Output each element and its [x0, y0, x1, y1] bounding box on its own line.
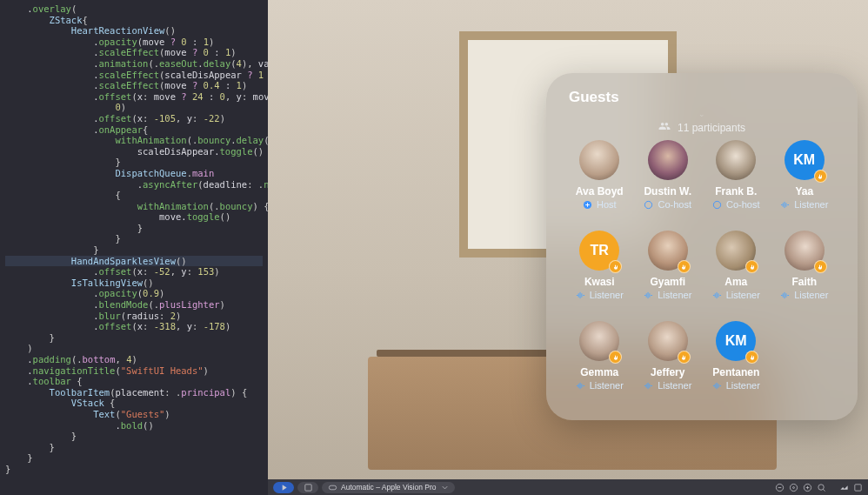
- guest-name: Ava Boyd: [576, 185, 624, 197]
- device-label: Automatic – Apple Vision Pro: [341, 483, 436, 492]
- window-grabber-icon[interactable]: ⌄: [569, 111, 835, 117]
- guest-name: Frank B.: [715, 185, 757, 197]
- avatar-circle: [716, 140, 756, 180]
- guest-role: Co-host: [712, 199, 760, 210]
- play-icon: [278, 482, 289, 492]
- raised-hand-badge-icon: [678, 351, 691, 364]
- participants-icon: [658, 120, 671, 135]
- guest-role: Listener: [644, 380, 691, 391]
- guest-cell[interactable]: Frank B.Co-host: [705, 140, 767, 231]
- zoom-out-icon[interactable]: [774, 482, 785, 492]
- guest-cell[interactable]: GemmaListener: [569, 321, 631, 411]
- guest-role: Listener: [712, 290, 760, 300]
- canvas-layout-icon[interactable]: [838, 482, 849, 492]
- guest-cell[interactable]: AmaListener: [705, 231, 767, 321]
- cohost-icon: [644, 200, 653, 210]
- preview-canvas: Guests ⌄ 11 participants Ava BoydHostDus…: [268, 0, 868, 495]
- guest-name: Gemma: [580, 366, 618, 378]
- participants-count-label: 11 participants: [678, 122, 745, 134]
- guests-grid: Ava BoydHostDustin W.Co-hostFrank B.Co-h…: [569, 140, 835, 411]
- guest-name: Ama: [724, 276, 747, 288]
- guest-cell[interactable]: Ava BoydHost: [569, 140, 631, 231]
- svg-rect-14: [854, 484, 860, 490]
- guest-cell[interactable]: KMPentanenListener: [705, 321, 767, 411]
- guest-role: Listener: [576, 290, 624, 300]
- svg-point-12: [818, 484, 823, 489]
- cohost-icon: [712, 200, 722, 210]
- code-editor[interactable]: .overlay( ZStack{ HeartReactionView() .o…: [0, 0, 268, 495]
- canvas-bounds-icon[interactable]: [852, 482, 863, 492]
- selectable-toggle[interactable]: [297, 482, 318, 493]
- guest-name: Jeffery: [651, 366, 684, 378]
- guest-role: Listener: [780, 199, 828, 210]
- guest-name: Yaa: [795, 185, 813, 197]
- raised-hand-badge-icon: [814, 260, 827, 273]
- guest-cell[interactable]: FaithListener: [774, 231, 836, 321]
- zoom-fit-icon[interactable]: [816, 482, 826, 492]
- listener-icon: [644, 381, 653, 391]
- guest-name: Dustin W.: [644, 185, 691, 197]
- avatar: [579, 140, 619, 180]
- raised-hand-badge-icon: [745, 351, 758, 364]
- cursor-rect-icon: [303, 482, 313, 492]
- svg-point-8: [792, 486, 794, 488]
- guest-role: Host: [583, 199, 617, 210]
- svg-rect-3: [304, 484, 310, 490]
- avatar: TR: [579, 231, 619, 271]
- svg-line-13: [823, 489, 825, 491]
- avatar: KM: [716, 321, 756, 361]
- listener-icon: [644, 291, 653, 300]
- svg-rect-4: [329, 485, 336, 490]
- canvas-toolbar: Automatic – Apple Vision Pro: [268, 479, 868, 495]
- guest-role: Listener: [644, 290, 691, 300]
- raised-hand-badge-icon: [678, 260, 691, 273]
- raised-hand-badge-icon: [745, 260, 758, 273]
- guest-cell[interactable]: KMYaaListener: [774, 140, 836, 231]
- guest-cell[interactable]: Dustin W.Co-host: [638, 140, 699, 231]
- chevron-down-icon: [439, 482, 450, 492]
- guest-cell[interactable]: TRKwasiListener: [569, 231, 631, 321]
- guest-name: Pentanen: [712, 366, 759, 378]
- avatar-circle: [648, 140, 688, 180]
- guest-cell[interactable]: JefferyListener: [638, 321, 699, 411]
- avatar: KM: [785, 140, 825, 180]
- avatar-circle: [579, 140, 619, 180]
- guest-name: Faith: [791, 276, 817, 288]
- live-preview-button[interactable]: [273, 482, 294, 493]
- guest-name: Kwasi: [584, 276, 615, 288]
- avatar: [716, 231, 756, 271]
- svg-point-7: [790, 484, 797, 491]
- listener-icon: [780, 291, 790, 300]
- guest-role: Co-host: [644, 199, 691, 210]
- guest-role: Listener: [576, 380, 624, 391]
- guest-cell[interactable]: GyamfiListener: [638, 231, 699, 321]
- guest-name: Gyamfi: [650, 276, 685, 288]
- avatar: [648, 321, 688, 361]
- avatar: [785, 231, 825, 271]
- participants-count-row: 11 participants: [569, 120, 835, 135]
- guest-role: Listener: [712, 380, 760, 391]
- raised-hand-badge-icon: [609, 260, 622, 273]
- device-icon: [327, 482, 337, 492]
- guests-title: Guests: [569, 89, 835, 106]
- listener-icon: [712, 381, 722, 391]
- listener-icon: [780, 200, 790, 210]
- listener-icon: [576, 381, 585, 391]
- raised-hand-badge-icon: [609, 351, 622, 364]
- svg-point-2: [713, 201, 720, 208]
- device-settings-button[interactable]: Automatic – Apple Vision Pro: [322, 482, 455, 493]
- listener-icon: [712, 291, 722, 300]
- avatar: [716, 140, 756, 180]
- guests-window: Guests ⌄ 11 participants Ava BoydHostDus…: [546, 73, 858, 420]
- avatar: [579, 321, 619, 361]
- zoom-in-icon[interactable]: [802, 482, 812, 492]
- listener-icon: [576, 291, 585, 300]
- guest-role: Listener: [780, 290, 828, 300]
- raised-hand-badge-icon: [814, 170, 827, 183]
- avatar: [648, 231, 688, 271]
- host-icon: [583, 200, 592, 210]
- svg-point-1: [645, 201, 652, 208]
- avatar: [648, 140, 688, 180]
- zoom-reset-icon[interactable]: [788, 482, 798, 492]
